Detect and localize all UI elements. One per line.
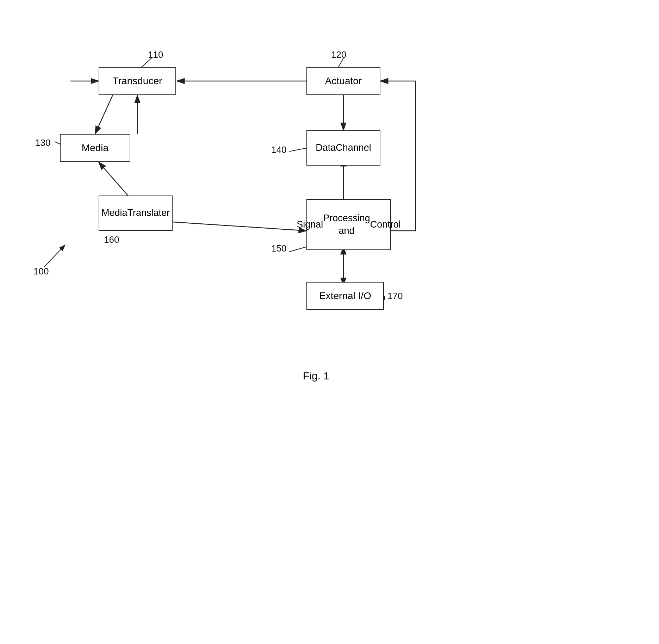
label-130: 130 bbox=[35, 137, 50, 148]
transducer-box: Transducer bbox=[99, 67, 176, 95]
fig-caption: Fig. 1 bbox=[303, 370, 329, 382]
svg-line-5 bbox=[289, 148, 307, 151]
label-120: 120 bbox=[331, 49, 346, 60]
media-box: Media bbox=[60, 134, 130, 162]
label-150: 150 bbox=[271, 243, 286, 254]
svg-line-10 bbox=[95, 95, 113, 134]
actuator-box: Actuator bbox=[306, 67, 380, 95]
svg-line-17 bbox=[173, 222, 306, 231]
external-io-box: External I/O bbox=[306, 282, 384, 310]
label-170: 170 bbox=[387, 291, 403, 302]
label-160: 160 bbox=[104, 234, 119, 245]
data-channel-box: DataChannel bbox=[306, 130, 380, 166]
signal-processing-box: SignalProcessing andControl bbox=[306, 199, 391, 250]
svg-line-7 bbox=[289, 247, 307, 252]
svg-line-9 bbox=[44, 245, 65, 267]
label-140: 140 bbox=[271, 144, 286, 155]
label-110: 110 bbox=[148, 49, 163, 60]
arrows-svg bbox=[0, 0, 659, 644]
diagram-container: Transducer Actuator Media DataChannel Me… bbox=[0, 0, 659, 644]
label-100: 100 bbox=[33, 266, 49, 277]
media-translater-box: MediaTranslater bbox=[99, 196, 173, 231]
